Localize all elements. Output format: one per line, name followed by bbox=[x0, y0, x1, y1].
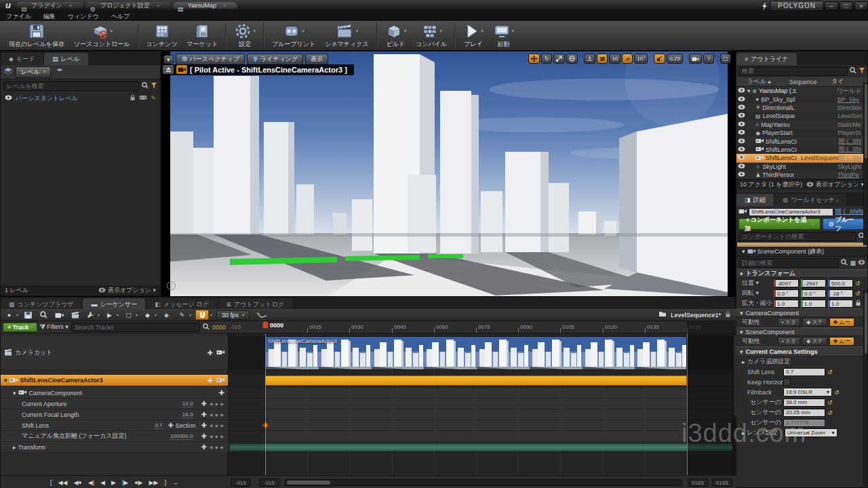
scale-z-field[interactable]: 1.0 bbox=[828, 300, 853, 308]
rotation-snap-value[interactable]: 10° bbox=[634, 54, 648, 64]
add-keyframe-button[interactable]: ✚ bbox=[201, 432, 206, 440]
outliner-view-options[interactable]: 表示オプション ▾ bbox=[816, 180, 864, 189]
scale-y-field[interactable]: 1.0 bbox=[801, 300, 826, 308]
visibility-eye-icon[interactable] bbox=[738, 146, 745, 153]
reset-rotation-icon[interactable]: ↺ bbox=[855, 290, 862, 297]
create-camera-icon[interactable] bbox=[54, 310, 65, 320]
add-keyframe-button[interactable]: ✚ bbox=[208, 377, 213, 384]
details-scrollbar[interactable] bbox=[863, 290, 867, 487]
scale-label[interactable]: 拡大・縮小 ▾ bbox=[742, 299, 772, 308]
sequence-name[interactable]: LevelSequence1* bbox=[671, 312, 721, 319]
playhead-line[interactable] bbox=[265, 333, 266, 475]
launch-toolbar-button[interactable]: ▾起動 bbox=[488, 22, 519, 49]
visibility-eye-icon[interactable] bbox=[738, 96, 745, 103]
auto-key-icon[interactable]: ◈ bbox=[161, 310, 172, 320]
grid-snap-toggle[interactable]: ▦ bbox=[597, 54, 608, 64]
mobility-static-button[interactable]: ▪スタ bbox=[778, 318, 800, 327]
visibility-eye-icon[interactable] bbox=[738, 113, 745, 119]
tree-caret-icon[interactable]: ▾ bbox=[747, 87, 752, 94]
details-search-input[interactable] bbox=[738, 258, 839, 268]
playhead-marker[interactable] bbox=[262, 321, 269, 329]
visibility-eye-icon[interactable] bbox=[738, 104, 745, 111]
translate-tool-button[interactable] bbox=[528, 54, 540, 64]
window-tab[interactable]: ⚙プロジェクト設定× bbox=[85, 2, 171, 9]
tab-close-icon[interactable]: × bbox=[223, 3, 226, 9]
visibility-eye-icon[interactable] bbox=[738, 155, 745, 161]
window-tab[interactable]: ▤YaesuMap× bbox=[173, 2, 237, 9]
build-toolbar-button[interactable]: ▾ビルド bbox=[380, 22, 412, 49]
edit-pencil-icon[interactable]: ✎ bbox=[151, 95, 156, 102]
keyframe-nav[interactable]: ◀ ◆ ▶ bbox=[210, 412, 224, 417]
type-cell[interactable]: ThirdPe bbox=[837, 171, 866, 178]
add-component-button[interactable]: ＋コンポーネントを追加▾ bbox=[738, 218, 821, 230]
tab-close-icon[interactable]: × bbox=[157, 3, 160, 9]
select-edit-options-icon[interactable]: ▢ bbox=[123, 310, 134, 320]
reset-sensor-width-icon[interactable]: ↺ bbox=[827, 399, 834, 406]
camera-cuts-filmstrip[interactable]: ShiftLensCineCameraActor3 bbox=[265, 336, 687, 370]
add-keyframe-button[interactable]: ✚ bbox=[201, 411, 206, 418]
tab-levels[interactable]: ▤ レベル bbox=[44, 53, 87, 65]
add-keyframe-button[interactable]: ✚ bbox=[201, 400, 206, 407]
track-row[interactable]: Current Focal Length16.0✚◀ ◆ ▶ bbox=[1, 409, 228, 420]
add-keyframe-button[interactable]: ✚ bbox=[201, 422, 206, 429]
outliner-scrollbar[interactable] bbox=[863, 83, 867, 245]
track-value-field[interactable]: 10.0 bbox=[182, 401, 193, 407]
perspective-button[interactable]: パースペクティブ bbox=[176, 54, 245, 65]
rotate-tool-button[interactable]: ↻ bbox=[541, 54, 552, 64]
to-start-button[interactable]: [ bbox=[47, 479, 55, 486]
pilot-camera-icon[interactable] bbox=[176, 65, 187, 74]
show-button[interactable]: 表示 bbox=[305, 54, 328, 65]
eye-icon[interactable] bbox=[858, 260, 865, 266]
outliner-row[interactable]: ♟ThirdPersorThirdPe bbox=[736, 171, 867, 179]
camera-settings-header[interactable]: ▾Current Camera Settings bbox=[736, 346, 867, 357]
minimize-button[interactable]: ─ bbox=[825, 1, 838, 11]
world-local-toggle[interactable] bbox=[566, 54, 578, 64]
funnel-icon[interactable] bbox=[151, 82, 157, 90]
viewport-help-icon[interactable]: ? bbox=[167, 281, 176, 290]
track-value-field[interactable]: 0.7 bbox=[155, 422, 162, 429]
visibility-eye-icon[interactable] bbox=[738, 138, 745, 145]
rotation-label[interactable]: 回転 ▾ bbox=[742, 289, 772, 298]
track-row[interactable]: Shift Lens0.7✚ Section✚◀ ◆ ▶ bbox=[1, 420, 228, 431]
scale-snap-value[interactable]: 0.25 bbox=[667, 54, 683, 64]
track-row[interactable]: ▾ShiftLensCineCameraActor3✚ bbox=[1, 375, 228, 386]
visibility-eye-icon[interactable] bbox=[738, 129, 745, 136]
mobility-stationary-button[interactable]: ◆ステ bbox=[802, 337, 827, 346]
camera-speed-button[interactable] bbox=[689, 54, 702, 64]
tab-details[interactable]: ◨ 詳細 bbox=[736, 194, 774, 206]
type-cell[interactable]: 開く Shi bbox=[839, 145, 866, 154]
scale-tool-button[interactable] bbox=[553, 54, 565, 64]
outliner-search-input[interactable] bbox=[738, 66, 848, 76]
blueprint-button[interactable]: ⚙ブルーフ bbox=[823, 218, 865, 230]
jump-back-button[interactable]: ◀◀ bbox=[56, 479, 71, 486]
outliner-row[interactable]: ◉PlayerStartPlayerSt bbox=[736, 129, 867, 137]
render-movie-icon[interactable] bbox=[69, 310, 81, 320]
tab-world-settings[interactable]: ◍ ワールドセッティン bbox=[775, 194, 847, 206]
actions-wrench-icon[interactable] bbox=[85, 310, 96, 320]
type-cell[interactable]: 開く Shi bbox=[839, 137, 866, 146]
track-row[interactable]: ▸Transform✚◀ ◆ ▶ bbox=[1, 442, 228, 453]
to-end-button[interactable]: ] bbox=[161, 479, 169, 486]
outliner-row[interactable]: ☼SkyLightSkyLight bbox=[736, 163, 867, 171]
find-in-browser-icon[interactable] bbox=[38, 310, 50, 320]
outliner-row[interactable]: ●BP_Sky_SplBP_Sky bbox=[736, 95, 867, 103]
outliner-row[interactable]: ▤LevelSequeLevelSec bbox=[736, 112, 867, 120]
grid-snap-value[interactable]: 10 bbox=[609, 54, 620, 64]
visibility-eye-icon[interactable] bbox=[738, 87, 745, 94]
camera-speed-value[interactable]: ? bbox=[703, 54, 714, 64]
tab-modes[interactable]: ◆ モード bbox=[1, 53, 43, 65]
save-level-toolbar-button[interactable]: 現在のレベルを保存 bbox=[4, 22, 69, 49]
view-range-end-field[interactable]: 0165 bbox=[712, 479, 732, 487]
source-control-toolbar-button[interactable]: ▾ソースコントロール bbox=[69, 22, 134, 49]
menu-item[interactable]: ヘルプ bbox=[105, 12, 136, 21]
keyframe-nav[interactable]: ◀ ◆ ▶ bbox=[210, 423, 224, 428]
prev-key-button[interactable]: ◀● bbox=[71, 479, 84, 486]
track-value-field[interactable]: 16.0 bbox=[182, 411, 193, 418]
content-browser-toolbar-button[interactable]: コンテンツ bbox=[142, 22, 182, 49]
reset-filmback-icon[interactable]: ↺ bbox=[834, 389, 841, 396]
timeline-scrollbar[interactable] bbox=[285, 479, 682, 486]
outliner-row[interactable]: ▾⊕YaesuMap (エワールド bbox=[736, 87, 867, 95]
funnel-icon[interactable] bbox=[859, 67, 865, 75]
level-dropdown[interactable]: レベル▾ bbox=[16, 66, 51, 78]
transform-section-bar[interactable] bbox=[229, 443, 734, 451]
